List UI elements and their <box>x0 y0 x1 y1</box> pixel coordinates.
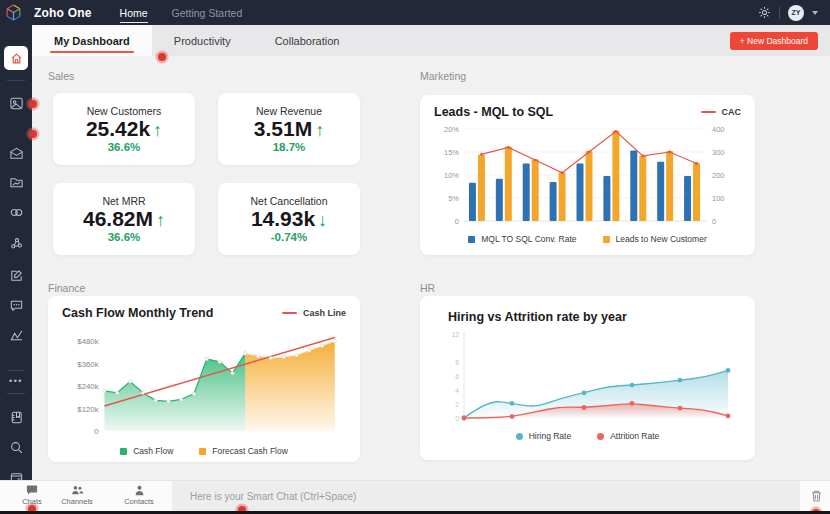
legend-mql: MQL TO SQL Conv. Rate <box>468 234 576 244</box>
dashboard-content: Sales Marketing Finance HR New Customers… <box>32 56 830 480</box>
settings-gear-icon[interactable] <box>758 6 771 19</box>
smart-chat-bar: Chats Channels Contacts <box>0 480 830 514</box>
svg-text:200: 200 <box>712 171 725 180</box>
new-dashboard-button[interactable]: + New Dashboard <box>730 32 818 50</box>
tab-my-dashboard[interactable]: My Dashboard <box>32 25 152 56</box>
topnav-getting-started[interactable]: Getting Started <box>172 0 243 25</box>
svg-text:5%: 5% <box>448 194 459 203</box>
section-label-sales: Sales <box>48 70 74 82</box>
topbar-divider <box>779 7 780 19</box>
search-icon <box>9 440 24 455</box>
sidebar-divider <box>7 393 25 394</box>
sidebar-item-gallery[interactable] <box>0 95 32 111</box>
tab-collaboration[interactable]: Collaboration <box>253 25 362 56</box>
gallery-icon <box>9 96 24 111</box>
kpi-card-new-customers: New Customers 25.42k↑ 36.6% <box>53 93 195 165</box>
bottombar-item-contacts[interactable]: Contacts <box>117 485 161 506</box>
home-icon <box>10 52 23 65</box>
svg-text:$120k: $120k <box>77 405 98 414</box>
chat-bubble-icon <box>26 485 38 496</box>
kpi-delta: -0.74% <box>271 231 307 243</box>
sidebar-more-icon[interactable]: ••• <box>0 376 32 386</box>
sidebar-item-notebook[interactable] <box>0 409 32 425</box>
dashboard-tabbar: My Dashboard Productivity Collaboration … <box>32 25 830 56</box>
chart-title: Cash Flow Monthly Trend <box>62 306 213 320</box>
svg-text:0: 0 <box>94 427 99 436</box>
svg-text:8: 8 <box>455 359 459 366</box>
cash-flow-chart: $480k$360k$240k$120k0 <box>62 322 346 445</box>
svg-text:2: 2 <box>455 401 459 408</box>
kpi-value: 46.82M↑ <box>83 208 165 230</box>
svg-text:12: 12 <box>451 331 459 338</box>
sidebar-item-folder[interactable] <box>0 174 32 190</box>
bar-swatch <box>468 236 475 243</box>
topnav-home[interactable]: Home <box>120 0 148 25</box>
kpi-card-net-cancellation: Net Cancellation 14.93k↓ -0.74% <box>218 183 360 255</box>
sidebar-item-analytics[interactable] <box>0 327 32 343</box>
svg-text:0: 0 <box>455 415 459 422</box>
legend-attrition: Attrition Rate <box>597 431 659 441</box>
compose-icon <box>9 268 24 283</box>
arrow-up-icon: ↑ <box>153 120 162 140</box>
annotation-dot <box>29 130 37 138</box>
chart-title: Hiring vs Attrition rate by year <box>448 310 627 324</box>
kpi-value: 14.93k↓ <box>251 208 327 230</box>
trash-icon[interactable] <box>810 489 823 507</box>
annotation-dot <box>158 53 166 61</box>
sidebar-item-mail[interactable] <box>0 145 32 161</box>
kpi-value: 25.42k↑ <box>86 118 162 140</box>
kpi-card-net-mrr: Net MRR 46.82M↑ 36.6% <box>53 183 195 255</box>
dot-swatch <box>516 433 523 440</box>
finance-chart-card: Cash Flow Monthly Trend Cash Line $480k$… <box>48 296 360 462</box>
sidebar-item-home[interactable] <box>4 46 28 70</box>
svg-text:$480k: $480k <box>77 337 98 346</box>
svg-text:$240k: $240k <box>77 382 98 391</box>
chart-title: Leads - MQL to SQL <box>434 105 553 119</box>
arrow-down-icon: ↓ <box>318 210 327 230</box>
annotation-dot <box>29 100 37 108</box>
svg-text:$360k: $360k <box>77 360 98 369</box>
kpi-title: New Customers <box>87 105 162 117</box>
kpi-delta: 36.6% <box>108 231 141 243</box>
sidebar-item-search[interactable] <box>0 439 32 455</box>
avatar[interactable]: ZY <box>788 5 804 21</box>
svg-text:15%: 15% <box>444 148 459 157</box>
comment-icon <box>9 298 24 313</box>
people-group-icon <box>71 485 84 496</box>
sidebar-divider <box>7 370 25 371</box>
bar-swatch <box>603 236 610 243</box>
hr-chart-card: Hiring vs Attrition rate by year 1286420… <box>420 296 755 460</box>
legend-hiring: Hiring Rate <box>516 431 572 441</box>
tab-productivity[interactable]: Productivity <box>152 25 253 56</box>
marketing-chart-card: Leads - MQL to SQL CAC 20%40015%30010%20… <box>420 95 755 255</box>
kpi-title: Net Cancellation <box>250 195 327 207</box>
folder-chart-icon <box>9 175 24 190</box>
svg-text:400: 400 <box>712 125 725 134</box>
sidebar-item-network[interactable] <box>0 235 32 251</box>
chevron-down-icon[interactable] <box>812 11 818 15</box>
bottombar-item-channels[interactable]: Channels <box>57 485 97 506</box>
topbar: Zoho One Home Getting Started ZY <box>0 0 830 25</box>
zoho-logo-icon[interactable] <box>0 0 26 25</box>
kpi-delta: 18.7% <box>273 141 306 153</box>
svg-text:300: 300 <box>712 148 725 157</box>
zoho-one-dashboard: Zoho One Home Getting Started ZY <box>0 0 830 514</box>
smart-chat-input[interactable] <box>172 481 800 511</box>
bottombar-item-chats[interactable]: Chats <box>14 485 50 506</box>
legend-cac: CAC <box>701 107 742 117</box>
network-icon <box>9 236 24 251</box>
svg-text:10%: 10% <box>444 171 459 180</box>
sidebar-item-compose[interactable] <box>0 267 32 283</box>
line-swatch <box>282 312 297 314</box>
line-swatch <box>701 111 716 113</box>
sidebar-item-connections[interactable] <box>0 204 32 220</box>
notebook-icon <box>9 410 24 425</box>
topnav: Home Getting Started <box>120 0 243 25</box>
arrow-up-icon: ↑ <box>315 120 324 140</box>
sidebar-item-comments[interactable] <box>0 297 32 313</box>
hiring-attrition-chart: 1286420 <box>434 326 741 430</box>
kpi-value: 3.51M↑ <box>254 118 324 140</box>
analytics-icon <box>9 328 24 343</box>
section-label-marketing: Marketing <box>420 70 466 82</box>
sidebar-divider <box>7 80 25 81</box>
